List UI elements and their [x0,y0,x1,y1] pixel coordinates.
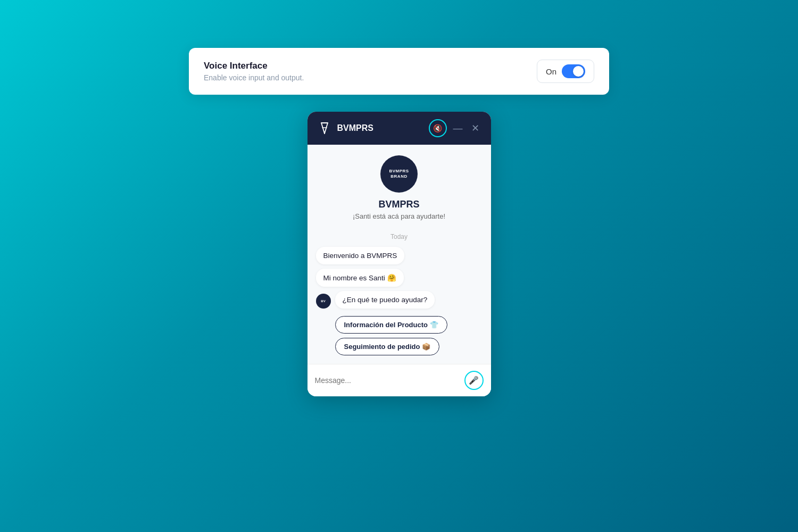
mute-button[interactable]: 🔇 [429,119,447,137]
voice-interface-card: Voice Interface Enable voice input and o… [189,48,609,95]
toggle-label: On [546,67,556,76]
quick-reply-1[interactable]: Información del Producto 👕 [335,316,447,334]
bot-avatar-text: BVMPRSBRAND [389,169,409,180]
chat-header-title: BVMPRS [337,123,373,133]
message-2: Mi nombre es Santi 🤗 [316,269,404,287]
svg-line-0 [321,123,325,134]
close-icon: ✕ [471,123,479,134]
quick-reply-2[interactable]: Seguimiento de pedido 📦 [335,338,440,355]
chat-body: BVMPRSBRAND BVMPRS ¡Santi está acá para … [307,145,491,364]
voice-card-description: Enable voice input and output. [204,73,304,82]
messages-container: Bienvenido a BVMPRS Mi nombre es Santi 🤗… [316,247,483,355]
message-1-text: Bienvenido a BVMPRS [323,252,397,260]
bot-avatar-small-text: BV [321,300,325,303]
minimize-icon: — [453,123,463,134]
bot-avatar-small: BV [316,294,331,309]
brand-logo-icon [317,121,332,136]
chat-header-controls: 🔇 — ✕ [429,119,481,137]
date-label: Today [316,233,483,240]
quick-reply-2-label: Seguimiento de pedido 📦 [344,343,431,351]
message-3: ¿En qué te puedo ayudar? [335,291,435,309]
voice-card-title: Voice Interface [204,61,304,71]
chat-input-area: 🎤 [307,364,491,396]
bot-subtitle: ¡Santi está acá para ayudarte! [353,212,445,220]
mic-input-icon: 🎤 [469,376,479,385]
message-3-text: ¿En qué te puedo ayudar? [343,296,428,304]
mute-icon: 🔇 [433,124,442,132]
voice-toggle-switch[interactable] [562,64,585,78]
quick-replies: Información del Producto 👕 Seguimiento d… [316,316,483,355]
message-3-row: BV ¿En qué te puedo ayudar? [316,291,483,309]
mic-input-button[interactable]: 🎤 [464,371,484,390]
bot-intro: BVMPRSBRAND BVMPRS ¡Santi está acá para … [316,155,483,220]
chat-header: BVMPRS 🔇 — ✕ [307,112,491,145]
svg-line-1 [325,123,328,134]
voice-card-text: Voice Interface Enable voice input and o… [204,61,304,82]
bot-avatar: BVMPRSBRAND [380,155,418,193]
message-1: Bienvenido a BVMPRS [316,247,405,264]
minimize-button[interactable]: — [451,122,465,134]
bot-name: BVMPRS [378,199,419,210]
close-button[interactable]: ✕ [469,122,481,134]
message-input[interactable] [315,376,460,385]
chat-header-left: BVMPRS [317,121,373,136]
toggle-wrapper[interactable]: On [537,60,594,83]
message-2-text: Mi nombre es Santi 🤗 [323,274,396,282]
chat-widget: BVMPRS 🔇 — ✕ BVMPRSBRAND BVMPRS ¡Santi e… [307,112,491,396]
quick-reply-1-label: Información del Producto 👕 [344,321,438,329]
